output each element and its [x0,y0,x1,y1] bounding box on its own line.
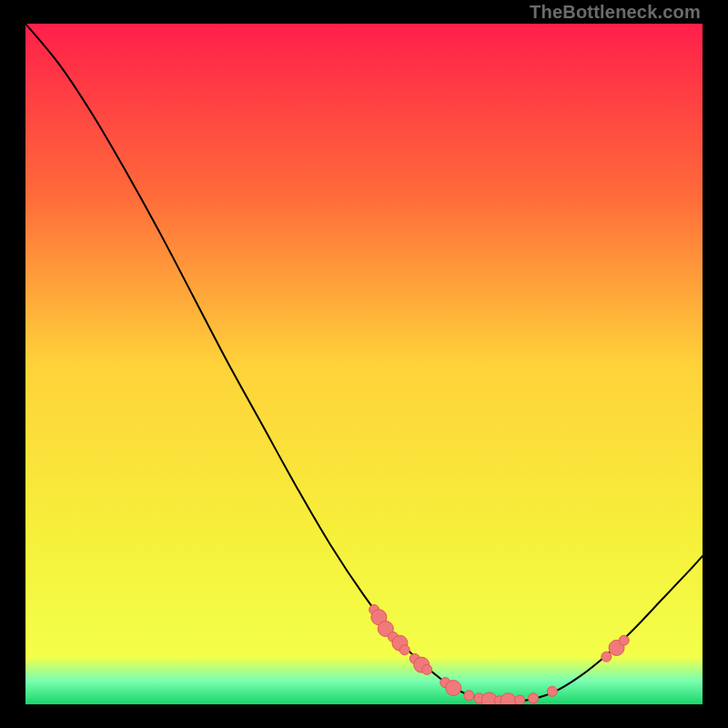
data-marker [602,652,612,662]
chart-stage: TheBottleneck.com [0,0,728,728]
data-marker [529,693,539,703]
data-marker [515,695,525,704]
data-marker [619,635,629,645]
data-marker [464,691,474,701]
data-marker [547,686,557,696]
data-marker [446,681,461,696]
gradient-background [25,24,703,704]
data-marker [422,664,432,674]
data-marker [399,645,410,655]
data-marker [500,693,516,704]
attribution-label: TheBottleneck.com [530,2,701,23]
bottleneck-curve-chart [25,24,703,704]
